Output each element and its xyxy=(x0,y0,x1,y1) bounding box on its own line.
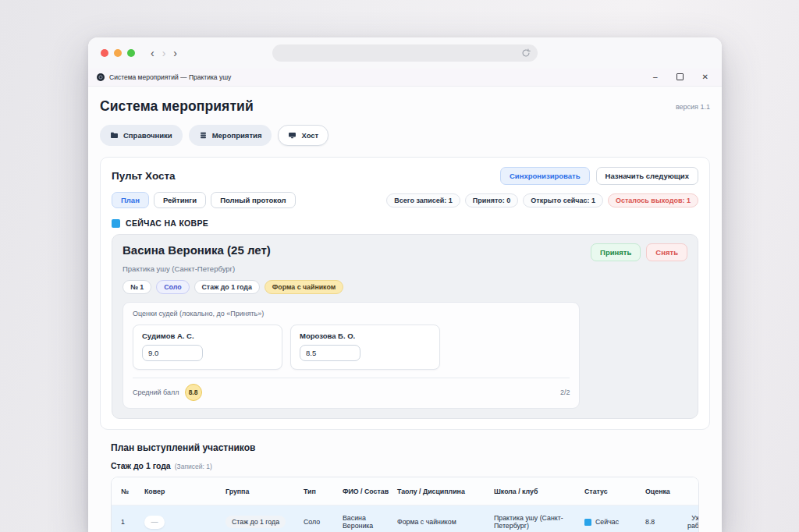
cell-status: Сейчас xyxy=(584,518,642,526)
col-type: Тип xyxy=(304,488,339,495)
reload-icon[interactable] xyxy=(521,48,531,58)
judge-score-input[interactable] xyxy=(142,345,203,361)
tab-full-protocol[interactable]: Полный протокол xyxy=(211,192,295,208)
cell-score: 8.8 xyxy=(645,518,684,526)
accept-button[interactable]: Принять xyxy=(591,243,641,261)
folder-icon xyxy=(110,131,119,140)
judge-name: Судимов А. С. xyxy=(142,332,273,340)
nav-tab-label: Хост xyxy=(301,131,318,140)
group-count: (Записей: 1) xyxy=(175,463,212,470)
version-label: версия 1.1 xyxy=(676,103,710,111)
cell-group: Стаж до 1 года xyxy=(225,516,286,528)
judges-footer: Средний балл 8.8 2/2 xyxy=(133,378,570,408)
cell-discipline: Форма с чайником xyxy=(397,518,491,526)
nav-tab-spravochniki[interactable]: Справочники xyxy=(100,125,183,146)
host-panel: Пульт Хоста Синхронизировать Назначить с… xyxy=(100,157,710,430)
host-panel-toolbar: План Рейтинги Полный протокол Всего запи… xyxy=(112,192,698,208)
col-num: № xyxy=(121,488,141,495)
nav-tab-meropriyatiya[interactable]: Мероприятия xyxy=(189,125,272,146)
average-label: Средний балл xyxy=(133,388,179,396)
maximize-icon xyxy=(676,73,684,80)
maximize-button[interactable] xyxy=(676,73,684,82)
judges-progress: 2/2 xyxy=(560,388,570,396)
nav-tab-label: Справочники xyxy=(123,131,172,140)
judges-label: Оценки судей (локально, до «Принять») xyxy=(133,310,570,317)
col-carpet: Ковер xyxy=(144,488,222,495)
status-square-icon xyxy=(584,519,591,526)
sync-button[interactable]: Синхронизировать xyxy=(500,167,590,185)
view-tabs: План Рейтинги Полный протокол xyxy=(112,192,296,208)
status-text: Сейчас xyxy=(595,518,619,526)
participant-badges: № 1 Соло Стаж до 1 года Форма с чайником xyxy=(123,280,687,294)
section-title: СЕЙЧАС НА КОВРЕ xyxy=(126,218,208,228)
host-panel-header: Пульт Хоста Синхронизировать Назначить с… xyxy=(112,167,698,185)
monitor-icon xyxy=(288,131,297,140)
cell-name: Васина Вероника xyxy=(343,514,394,530)
tab-plan[interactable]: План xyxy=(112,192,149,208)
stat-exits-left: Осталось выходов: 1 xyxy=(608,193,698,207)
browser-nav-buttons: ‹ › › xyxy=(151,48,177,59)
mac-minimize-icon[interactable] xyxy=(114,49,122,57)
host-panel-title: Пульт Хоста xyxy=(112,170,176,182)
table-row[interactable]: 1 — Стаж до 1 года Соло Васина Вероника … xyxy=(112,505,698,532)
forward-icon[interactable]: › xyxy=(162,48,166,59)
badge-experience: Стаж до 1 года xyxy=(194,280,260,294)
traffic-lights xyxy=(101,49,135,57)
judge-score-input[interactable] xyxy=(300,345,360,361)
now-on-carpet-label: СЕЙЧАС НА КОВРЕ xyxy=(112,218,698,228)
col-school: Школа / клуб xyxy=(494,488,581,495)
cell-num: 1 xyxy=(121,518,141,526)
judges-box: Оценки судей (локально, до «Принять») Су… xyxy=(123,302,580,409)
remove-button[interactable]: Снять xyxy=(646,243,687,261)
table-header-row: № Ковер Группа Тип ФИО / Состав Таолу / … xyxy=(112,477,698,505)
badge-number: № 1 xyxy=(123,280,151,294)
carpet-pill-button[interactable]: — xyxy=(144,516,165,529)
group-header: Стаж до 1 года (Записей: 1) xyxy=(111,461,699,470)
average-score-badge: 8.8 xyxy=(185,384,202,401)
mac-zoom-icon[interactable] xyxy=(127,49,135,57)
participant-card: Васина Вероника (25 лет) Принять Снять П… xyxy=(112,234,698,419)
tab-ratings[interactable]: Рейтинги xyxy=(154,192,206,208)
stat-accepted: Принято: 0 xyxy=(465,193,518,207)
minimize-button[interactable]: – xyxy=(653,73,658,81)
cell-note: Уже в работе xyxy=(687,514,699,530)
judge-card: Морозова Б. О. xyxy=(290,325,440,370)
stat-total-records: Всего записей: 1 xyxy=(386,193,460,207)
col-group: Группа xyxy=(225,488,300,495)
col-discipline: Таолу / Дисциплина xyxy=(397,488,491,495)
plan-section: План выступлений участников Стаж до 1 го… xyxy=(111,442,699,532)
back-icon[interactable]: ‹ xyxy=(151,48,154,59)
participant-club: Практика ушу (Санкт-Петербург) xyxy=(123,264,687,273)
browser-window: ‹ › › Система мероприятий — Практика ушу… xyxy=(88,37,722,532)
browser-chrome: ‹ › › xyxy=(88,37,722,69)
list-icon xyxy=(199,131,208,140)
nav-tab-host[interactable]: Хост xyxy=(278,125,328,146)
badge-discipline: Форма с чайником xyxy=(265,280,343,294)
nav-tab-label: Мероприятия xyxy=(212,131,262,140)
group-title: Стаж до 1 года xyxy=(111,461,171,470)
app-favicon-icon xyxy=(97,73,105,81)
participant-name: Васина Вероника (25 лет) xyxy=(123,243,271,257)
plan-title: План выступлений участников xyxy=(111,442,699,453)
cell-school: Практика ушу (Санкт-Петербург) xyxy=(494,514,581,530)
close-button[interactable]: ✕ xyxy=(702,73,708,81)
stats-badges: Всего записей: 1 Принято: 0 Открыто сейч… xyxy=(386,193,698,207)
page-title: Система мероприятий xyxy=(100,98,254,115)
plan-table: № Ковер Группа Тип ФИО / Состав Таолу / … xyxy=(111,477,699,532)
mac-close-icon[interactable] xyxy=(101,49,108,57)
cell-type: Соло xyxy=(304,518,339,526)
badge-solo: Соло xyxy=(156,280,189,294)
participant-header: Васина Вероника (25 лет) Принять Снять xyxy=(123,243,687,261)
address-bar[interactable] xyxy=(272,44,538,62)
page-content: Система мероприятий версия 1.1 Справочни… xyxy=(88,87,722,532)
assign-next-button[interactable]: Назначить следующих xyxy=(596,167,698,185)
host-panel-actions: Синхронизировать Назначить следующих xyxy=(500,167,698,185)
blue-square-icon xyxy=(112,219,120,228)
main-nav-tabs: Справочники Мероприятия Хост xyxy=(100,125,710,146)
page-header: Система мероприятий версия 1.1 xyxy=(100,98,710,115)
forward-alt-icon[interactable]: › xyxy=(173,48,177,59)
stat-open-now: Открыто сейчас: 1 xyxy=(523,193,603,207)
participant-actions: Принять Снять xyxy=(591,243,687,261)
window-controls: – ✕ xyxy=(653,73,713,82)
judge-name: Морозова Б. О. xyxy=(300,332,431,340)
